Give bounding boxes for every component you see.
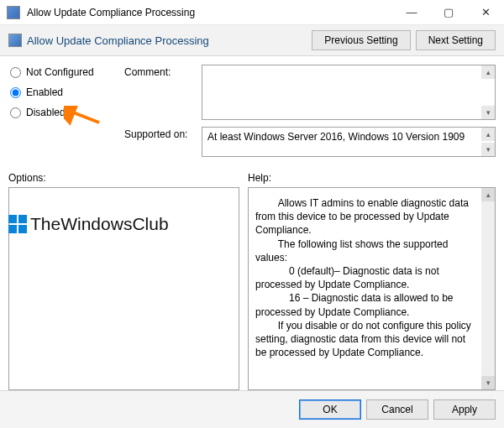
cancel-button[interactable]: Cancel [366,399,428,420]
scroll-down-icon[interactable]: ▾ [481,376,495,389]
comment-label: Comment: [124,65,202,120]
scroll-up-icon[interactable]: ▴ [481,188,495,201]
help-panel[interactable]: Allows IT admins to enable diagnostic da… [248,187,496,390]
radio-not-configured[interactable]: Not Configured [8,66,124,78]
radio-disabled-input[interactable] [10,107,21,118]
maximize-button[interactable]: ▢ [430,0,467,25]
scrollbar[interactable]: ▴ ▾ [481,188,495,389]
comment-row: Comment: ▴ ▾ [124,65,496,120]
app-icon [7,6,20,19]
window-title: Allow Update Compliance Processing [27,7,393,18]
radio-disabled-label: Disabled [26,107,66,118]
radio-not-configured-input[interactable] [10,67,21,78]
comment-field[interactable]: ▴ ▾ [202,65,496,120]
comment-value [202,65,495,72]
settings-top: Not Configured Enabled Disabled Comment:… [0,56,504,167]
scroll-up-icon[interactable]: ▴ [481,65,495,79]
dialog-header: Allow Update Compliance Processing Previ… [0,25,504,56]
help-text: Allows IT admins to enable diagnostic da… [249,188,495,368]
minimize-button[interactable]: — [393,0,430,25]
next-setting-button[interactable]: Next Setting [416,30,496,50]
radio-enabled[interactable]: Enabled [8,86,124,98]
scroll-up-icon[interactable]: ▴ [481,128,495,141]
state-radios: Not Configured Enabled Disabled [8,65,124,164]
app-icon [8,34,22,47]
help-label: Help: [248,172,496,184]
window-titlebar: Allow Update Compliance Processing — ▢ ✕ [0,0,504,25]
close-button[interactable]: ✕ [467,0,504,25]
ok-button[interactable]: OK [299,399,361,420]
help-column: Help: Allows IT admins to enable diagnos… [248,172,496,390]
supported-field: At least Windows Server 2016, Windows 10… [202,127,496,157]
radio-enabled-label: Enabled [26,86,63,98]
options-column: Options: [8,172,239,390]
fields-area: Comment: ▴ ▾ Supported on: At least Wind… [124,65,496,164]
supported-value: At least Windows Server 2016, Windows 10… [202,128,495,146]
options-label: Options: [8,172,239,184]
scroll-down-icon[interactable]: ▾ [481,143,495,156]
scroll-down-icon[interactable]: ▾ [481,106,495,119]
radio-not-configured-label: Not Configured [26,66,94,78]
radio-enabled-input[interactable] [10,87,21,98]
dialog-footer: OK Cancel Apply [0,390,504,428]
previous-setting-button[interactable]: Previous Setting [312,30,410,50]
dialog-title: Allow Update Compliance Processing [27,34,307,47]
supported-row: Supported on: At least Windows Server 20… [124,127,496,157]
options-panel[interactable] [8,187,239,390]
body-columns: Options: Help: Allows IT admins to enabl… [0,167,504,390]
radio-disabled[interactable]: Disabled [8,107,124,118]
supported-label: Supported on: [124,127,202,157]
apply-button[interactable]: Apply [433,399,496,420]
